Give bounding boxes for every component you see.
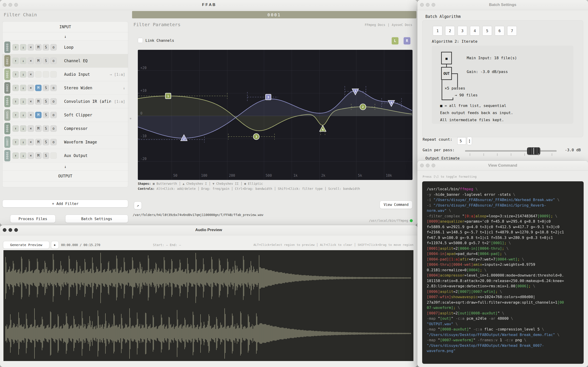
algorithm-5-button[interactable]: 5 [482,26,492,36]
mute-button[interactable]: M [35,58,42,64]
move-up-button[interactable]: ↑ [12,44,19,50]
right-channel-button[interactable]: R [403,37,411,45]
move-down-button[interactable]: ↓ [20,98,26,105]
solo-button[interactable]: S [43,98,49,105]
generate-preview-button[interactable]: Generate Preview [3,241,49,249]
mute-button[interactable]: M [35,44,42,50]
move-up-button[interactable]: ↑ [12,125,19,132]
eq-node-R-3[interactable] [265,94,272,100]
move-up-button[interactable]: ↑ [12,98,19,105]
move-down-button[interactable]: ↓ [20,58,26,64]
solo-button[interactable]: S [43,58,49,64]
algorithm-4-button[interactable]: 4 [470,26,480,36]
delete-button[interactable]: × [27,125,34,132]
algorithm-7-button[interactable]: 7 [507,26,517,36]
bypass-button[interactable]: o [50,125,57,132]
bypass-button[interactable]: o [50,98,57,105]
move-down-button[interactable]: ↓ [20,85,26,91]
eq-node-L-3[interactable] [253,133,260,140]
audio-preview-window: Audio Preview Generate Preview ▶ 00:00.0… [0,225,417,367]
solo-button[interactable]: S [43,112,49,118]
eq-node-L-2[interactable] [360,103,366,110]
delete-button[interactable]: × [27,112,34,118]
move-down-button[interactable]: ↓ [20,44,26,50]
pane-resize-handle[interactable] [130,118,131,119]
expand-button[interactable]: ↗ [134,201,142,209]
repeat-count-stepper[interactable]: ▲▼ [467,137,472,145]
move-up-button[interactable]: ↑ [12,152,19,159]
input-node[interactable]: INPUT [2,22,128,32]
mute-button[interactable]: M [35,112,42,118]
move-down-button[interactable]: ↓ [20,71,26,78]
move-up-button[interactable]: ↑ [12,85,19,91]
mute-button[interactable]: M [35,152,42,159]
solo-button[interactable]: S [43,152,49,159]
delete-button[interactable]: × [27,44,34,50]
delete-button[interactable]: × [27,152,34,159]
bypass-button[interactable]: o [50,112,57,118]
algorithm-2-button[interactable]: 2 [445,26,455,36]
move-up-button[interactable]: ↑ [12,71,19,78]
eq-node-R-1[interactable] [352,88,358,95]
filter-row-aux-output[interactable]: 0008↑↓×MSAux Output [2,149,128,162]
filter-row-compressor[interactable]: 0006↑↓×MSoCompressor [2,122,128,135]
delete-button[interactable]: × [27,98,34,105]
move-down-button[interactable]: ↓ [20,139,26,145]
add-filter-button[interactable]: + Add Filter [2,200,128,208]
ffmpeg-docs-link[interactable]: FFmpeg Docs [365,23,385,27]
move-up-button[interactable]: ↑ [12,139,19,145]
bypass-button[interactable]: o [50,85,57,91]
mute-button[interactable]: M [35,85,42,91]
eq-node-L-1[interactable] [165,92,171,99]
algorithm-1-button[interactable]: 1 [433,26,442,36]
gain-value: -3.0 dB [565,148,581,152]
delete-button[interactable]: × [27,58,34,64]
left-channel-button[interactable]: L [391,37,399,45]
waveform-display[interactable] [3,250,413,361]
delete-button[interactable]: × [27,71,34,78]
move-down-button[interactable]: ↓ [20,125,26,132]
main-titlebar[interactable]: F F A B [0,0,417,10]
delete-button[interactable]: × [27,139,34,145]
filter-row-loop[interactable]: 0009↑↓×MSoLoop [2,41,128,54]
eq-node-L-4[interactable] [319,125,326,133]
play-button[interactable]: ▶ [51,241,59,249]
eq-node-R-4[interactable] [388,100,395,107]
vc-titlebar[interactable]: View Command [417,161,588,171]
move-down-button[interactable]: ↓ [20,152,26,159]
filter-row-channel-eq[interactable]: 0001↑↓×MSoChannel EQ [2,54,128,68]
eq-curve-editor[interactable]: 501002005001k2k5k10k+20+100-10-201234123… [138,50,412,180]
bypass-button[interactable]: o [50,58,57,64]
view-command-button[interactable]: View Command [380,200,412,209]
mute-button[interactable]: M [35,98,42,105]
solo-button[interactable]: S [43,139,49,145]
eq-node-R-2[interactable] [181,135,187,142]
solo-button[interactable]: S [43,125,49,132]
algorithm-3-button[interactable]: 3 [458,26,467,36]
delete-button[interactable]: × [27,85,34,91]
gain-slider[interactable] [465,150,556,152]
filter-row-convolution-ir-afir[interactable]: 0004↑↓×MSoConvolution IR (afir← [1:a] [2,95,128,108]
batch-settings-button[interactable]: Batch Settings [65,215,128,223]
filter-row-waveform-image[interactable]: 0007↑↓×MSoWaveform Image [2,135,128,149]
filter-row-soft-clipper[interactable]: 0005↑↓×MSoSoft Clipper [2,108,128,122]
filter-row-stereo-widen[interactable]: 0003↑↓×MSoStereo Widen↓ [2,81,128,95]
link-channels-checkbox[interactable] [138,38,143,43]
move-down-button[interactable]: ↓ [20,112,26,118]
mute-button[interactable]: M [35,139,42,145]
filter-row-audio-input[interactable]: 0002↑↓×Audio Input→ [1:a] [2,68,128,81]
repeat-count-input[interactable]: 5 [457,137,466,145]
output-node[interactable]: OUTPUT [2,171,128,182]
audio-titlebar[interactable]: Audio Preview [0,225,417,235]
move-up-button[interactable]: ↑ [12,112,19,118]
process-files-button[interactable]: Process Files [10,215,56,223]
bypass-button[interactable]: o [50,44,57,50]
batch-titlebar[interactable]: Batch Settings [417,0,588,10]
solo-button[interactable]: S [43,85,49,91]
ayosec-docs-link[interactable]: AyoseC Docs [392,23,412,27]
algorithm-6-button[interactable]: 6 [495,26,504,36]
mute-button[interactable]: M [35,125,42,132]
solo-button[interactable]: S [43,44,49,50]
move-up-button[interactable]: ↑ [12,58,19,64]
bypass-button[interactable]: o [50,139,57,145]
